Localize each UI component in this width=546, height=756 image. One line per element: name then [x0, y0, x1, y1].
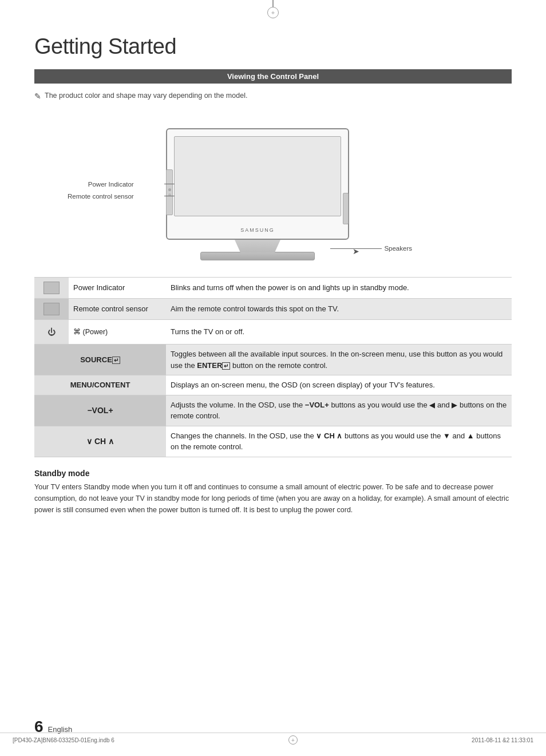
remote-sensor-label: Remote control sensor — [68, 191, 134, 203]
control-table: Power Indicator Blinks and turns off whe… — [34, 277, 512, 457]
tv-stand — [166, 240, 349, 260]
power-indicator-icon — [43, 282, 60, 294]
row-icon-menu: MENU/CONTENT — [34, 375, 166, 395]
power-label-text: ⌘ (Power) — [73, 328, 108, 336]
ch-label: ∨ CH ∧ — [86, 437, 114, 446]
standby-section: Standby mode Your TV enters Standby mode… — [34, 469, 512, 516]
row-icon-source: SOURCE↵ — [34, 345, 166, 375]
table-row: ∨ CH ∧ Changes the channels. In the OSD,… — [34, 426, 512, 457]
power-indicator-dot — [168, 188, 171, 191]
note-text: The product color and shape may vary dep… — [45, 92, 247, 100]
row-icon-power: ⏻ — [34, 320, 69, 345]
table-row: MENU/CONTENT Displays an on-screen menu,… — [34, 375, 512, 395]
diagram-labels: Power Indicator Remote control sensor — [68, 179, 134, 202]
tv-stand-neck — [229, 240, 286, 252]
source-label: SOURCE↵ — [80, 355, 120, 364]
row-desc-ch: Changes the channels. In the OSD, use th… — [166, 426, 512, 457]
footer-left: [PD430-ZA]BN68-03325D-01Eng.indb 6 — [13, 737, 114, 743]
row-label-power-indicator: Power Indicator — [69, 278, 166, 299]
row-icon-remote-sensor — [34, 299, 69, 320]
tv-illustration: SAMSUNG ➤ Speakers — [166, 117, 349, 260]
tv-screen — [174, 136, 341, 216]
row-icon-vol: −VOL+ — [34, 395, 166, 426]
note-line: ✎ The product color and shape may vary d… — [34, 92, 512, 101]
tv-stand-base — [200, 252, 315, 260]
right-control-strip — [343, 193, 349, 224]
connector-line-1 — [164, 184, 175, 184]
left-control-strip — [166, 169, 173, 215]
table-row: ⏻ ⌘ (Power) Turns the TV on or off. — [34, 320, 512, 345]
power-icon: ⏻ — [43, 324, 60, 340]
row-label-remote-sensor: Remote control sensor — [69, 299, 166, 320]
note-icon: ✎ — [34, 92, 41, 101]
top-compass-icon: + — [271, 9, 275, 16]
page-footer: [PD430-ZA]BN68-03325D-01Eng.indb 6 + 201… — [0, 733, 546, 747]
row-desc-vol: Adjusts the volume. In the OSD, use the … — [166, 395, 512, 426]
speakers-line — [330, 248, 382, 249]
power-indicator-label: Power Indicator — [68, 179, 134, 191]
diagram-area: Power Indicator Remote control sensor SA… — [34, 111, 512, 260]
row-icon-power-indicator — [34, 278, 69, 299]
standby-text: Your TV enters Standby mode when you tur… — [34, 481, 512, 516]
section-header: Viewing the Control Panel — [34, 69, 512, 84]
table-row: −VOL+ Adjusts the volume. In the OSD, us… — [34, 395, 512, 426]
row-icon-ch: ∨ CH ∧ — [34, 426, 166, 457]
speakers-annotation: Speakers — [330, 245, 412, 252]
bottom-compass-icon: + — [288, 735, 298, 745]
tv-frame: SAMSUNG — [166, 128, 349, 240]
page-title: Getting Started — [34, 34, 512, 59]
tv-bottom-bar: SAMSUNG — [167, 222, 348, 238]
remote-sensor-icon — [43, 303, 60, 315]
table-row: Power Indicator Blinks and turns off whe… — [34, 278, 512, 299]
table-row: Remote control sensor Aim the remote con… — [34, 299, 512, 320]
connector-line-2 — [164, 196, 175, 196]
row-desc-power-indicator: Blinks and turns off when the power is o… — [166, 278, 512, 299]
row-desc-power: Turns the TV on or off. — [166, 320, 512, 345]
row-desc-remote-sensor: Aim the remote control towards this spot… — [166, 299, 512, 320]
row-desc-menu: Displays an on-screen menu, the OSD (on … — [166, 375, 512, 395]
row-desc-source: Toggles between all the available input … — [166, 345, 512, 375]
samsung-logo: SAMSUNG — [240, 227, 275, 233]
page-wrapper: + Getting Started Viewing the Control Pa… — [0, 0, 546, 756]
menu-label: MENU/CONTENT — [70, 381, 130, 389]
speakers-label: Speakers — [384, 245, 412, 252]
footer-right: 2011-08-11 &2 11:33:01 — [472, 737, 533, 743]
row-label-power: ⌘ (Power) — [69, 320, 166, 345]
table-row: SOURCE↵ Toggles between all the availabl… — [34, 345, 512, 375]
vol-label: −VOL+ — [87, 406, 113, 415]
top-compass-decoration: + — [272, 0, 274, 18]
standby-title: Standby mode — [34, 469, 512, 478]
